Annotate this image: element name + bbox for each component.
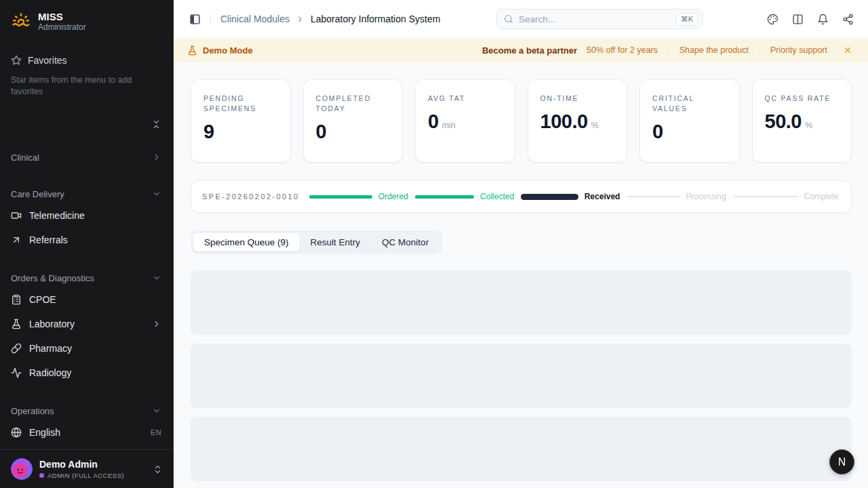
sidebar-collapse-row — [0, 119, 161, 130]
tab-qc-monitor[interactable]: QC Monitor — [371, 233, 439, 251]
sidebar-item-laboratory[interactable]: Laboratory — [0, 312, 174, 336]
pipeline-stages: Ordered Collected Received Processing — [309, 192, 839, 201]
nextjs-dev-button[interactable]: N — [829, 449, 854, 474]
chevron-down-icon — [152, 189, 161, 199]
stat-value: 0 — [428, 110, 439, 133]
app-subtitle: Administrator — [38, 22, 86, 32]
logo-text: MISS Administrator — [38, 12, 86, 33]
sidebar: MISS Administrator Favorites Star items … — [0, 0, 174, 488]
user-role: ADMIN (FULL ACCESS) — [39, 472, 124, 479]
chevron-down-icon — [152, 406, 161, 415]
stage-received: Received — [521, 192, 627, 201]
demo-mode-label-group: Demo Mode — [187, 45, 253, 56]
demo-mode-label: Demo Mode — [203, 45, 253, 56]
sidebar-item-radiology[interactable]: Radiology — [0, 361, 174, 385]
stat-label: AVG TAT — [428, 94, 502, 104]
sidebar-section-clinical[interactable]: Clinical — [0, 148, 174, 167]
star-icon — [11, 55, 22, 66]
app-window: MISS Administrator Favorites Star items … — [0, 0, 868, 488]
stat-value: 50.0 — [765, 110, 802, 133]
search-input[interactable] — [519, 14, 676, 24]
role-status-dot — [39, 473, 44, 478]
sidebar-item-telemedicine[interactable]: Telemedicine — [0, 203, 174, 228]
beta-partner-link[interactable]: Become a beta partner — [482, 45, 577, 56]
section-label: Care Delivery — [11, 189, 64, 199]
flask-icon — [11, 319, 22, 329]
chevron-down-icon — [152, 273, 161, 283]
sidebar-item-cpoe[interactable]: CPOE — [0, 287, 174, 312]
topbar: Clinical Modules Laboratory Information … — [174, 0, 868, 38]
share-icon — [842, 14, 854, 25]
sidebar-toggle-button[interactable] — [186, 10, 203, 28]
sidebar-item-label: Referrals — [29, 235, 68, 245]
sidebar-section-orders-diagnostics[interactable]: Orders & Diagnostics — [0, 268, 174, 287]
sunrise-logo-icon — [11, 12, 31, 32]
stage-label: Complete — [804, 192, 839, 201]
chevron-right-icon — [152, 152, 161, 162]
stat-card-pending-specimens: PENDING SPECIMENS 9 — [191, 79, 291, 163]
close-icon — [843, 45, 852, 55]
favorites-empty-hint: Star items from the menu to add favorite… — [11, 75, 155, 98]
app-logo[interactable]: MISS Administrator — [11, 11, 163, 33]
section-label: Orders & Diagnostics — [11, 273, 94, 283]
banner-perk: 50% off for 2 years — [587, 45, 658, 55]
demo-mode-banner: Demo Mode Become a beta partner 50% off … — [174, 38, 868, 62]
video-icon — [11, 210, 22, 221]
stage-complete: Complete — [733, 192, 839, 201]
sidebar-item-label: Telemedicine — [29, 210, 85, 221]
user-info: Demo Admin ADMIN (FULL ACCESS) — [39, 459, 124, 480]
stage-collected: Collected — [415, 192, 521, 201]
banner-perk: Priority support — [770, 45, 827, 55]
theme-button[interactable] — [764, 10, 782, 28]
banner-separator: · — [667, 45, 670, 55]
sidebar-item-language[interactable]: English EN — [0, 420, 174, 445]
banner-perk: Shape the product — [679, 45, 749, 55]
share-button[interactable] — [839, 10, 857, 28]
tab-result-entry[interactable]: Result Entry — [300, 233, 372, 251]
page-content: PENDING SPECIMENS 9 COMPLETED TODAY 0 AV… — [174, 62, 868, 488]
avatar-image — [11, 458, 33, 480]
stat-label: QC PASS RATE — [765, 94, 840, 104]
sidebar-item-pharmacy[interactable]: Pharmacy — [0, 336, 174, 361]
chevrons-down-up-icon[interactable] — [151, 119, 161, 129]
breadcrumb-current: Laboratory Information System — [311, 14, 440, 24]
stage-label: Received — [585, 192, 620, 201]
sidebar-section-operations[interactable]: Operations — [0, 401, 174, 420]
stat-card-on-time: ON-TIME 100.0% — [528, 79, 628, 163]
stat-label: CRITICAL VALUES — [652, 94, 727, 114]
banner-close-button[interactable] — [841, 43, 854, 57]
stage-label: Processing — [686, 192, 726, 201]
language-label: English — [29, 427, 60, 438]
user-name: Demo Admin — [39, 459, 124, 470]
search-box[interactable]: ⌘K — [496, 9, 703, 29]
avatar — [11, 458, 33, 480]
stat-value: 0 — [652, 121, 663, 143]
specimen-id: SPE-20260202-0010 — [202, 192, 300, 201]
stats-grid: PENDING SPECIMENS 9 COMPLETED TODAY 0 AV… — [191, 79, 852, 163]
chevrons-up-down-icon — [153, 464, 163, 474]
topbar-actions — [764, 10, 857, 28]
breadcrumb-parent[interactable]: Clinical Modules — [220, 14, 290, 24]
panel-left-icon — [189, 14, 201, 25]
sidebar-item-label: CPOE — [29, 294, 56, 305]
clipboard-list-icon — [11, 294, 22, 305]
skeleton-row — [191, 344, 852, 408]
stage-line — [627, 196, 679, 197]
notifications-button[interactable] — [814, 10, 832, 28]
user-menu-button[interactable]: Demo Admin ADMIN (FULL ACCESS) — [0, 449, 174, 488]
user-role-label: ADMIN (FULL ACCESS) — [47, 472, 124, 479]
app-title: MISS — [38, 12, 86, 23]
stat-card-critical-values: CRITICAL VALUES 0 — [639, 79, 740, 163]
layout-panels-button[interactable] — [789, 10, 807, 28]
favorites-header: Favorites — [11, 54, 163, 66]
sidebar-item-referrals[interactable]: Referrals — [0, 228, 174, 252]
sidebar-section-care-delivery[interactable]: Care Delivery — [0, 184, 174, 203]
stage-label: Ordered — [378, 192, 408, 201]
skeleton-row — [191, 417, 852, 481]
stat-label: ON-TIME — [540, 94, 615, 104]
stat-label: COMPLETED TODAY — [316, 94, 391, 114]
sidebar-item-label: Laboratory — [29, 319, 75, 329]
tab-specimen-queue[interactable]: Specimen Queue (9) — [193, 233, 300, 251]
tab-list: Specimen Queue (9) Result Entry QC Monit… — [191, 230, 442, 254]
stage-processing: Processing — [627, 192, 732, 201]
